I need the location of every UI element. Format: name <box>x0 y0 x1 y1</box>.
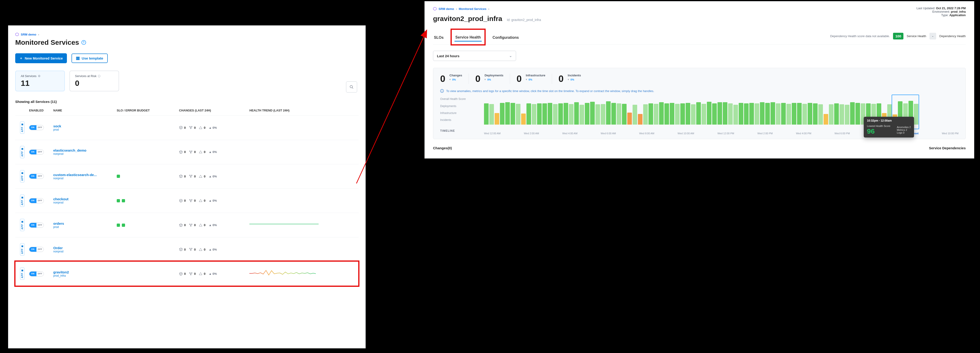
ohs-bar[interactable] <box>696 102 701 125</box>
ohs-bar[interactable] <box>850 102 855 125</box>
ohs-bar[interactable] <box>728 103 733 125</box>
ohs-bar[interactable] <box>845 105 850 125</box>
ohs-bar[interactable] <box>537 103 542 125</box>
ohs-bar[interactable] <box>511 103 515 125</box>
ohs-bar[interactable] <box>654 104 659 125</box>
ohs-bar[interactable] <box>590 102 595 125</box>
ohs-bar[interactable] <box>786 104 791 125</box>
service-name-cell[interactable]: graviton2prod_infra <box>53 270 117 277</box>
service-name-cell[interactable]: custom-elasticsearch-de...nonprod <box>53 173 117 180</box>
ohs-bar[interactable] <box>686 103 690 125</box>
ohs-bar[interactable] <box>675 104 679 125</box>
table-row[interactable]: APP ONOFF graviton2prod_infra 000▲ 0% <box>15 261 358 286</box>
ohs-bar[interactable] <box>505 102 510 125</box>
ohs-bar[interactable] <box>527 103 531 125</box>
ohs-bar[interactable] <box>818 104 823 125</box>
ohs-bar[interactable] <box>532 104 536 125</box>
ohs-bar[interactable] <box>712 103 717 125</box>
ohs-bar[interactable] <box>659 102 664 125</box>
stat-card-services-at-risk[interactable]: Services at Risk ⬡ 0 <box>70 71 119 91</box>
help-icon[interactable]: ? <box>81 40 86 45</box>
ohs-bar[interactable] <box>542 103 547 125</box>
stat-card-all-services[interactable]: All Services ⚙ 11 <box>15 71 65 91</box>
service-name-cell[interactable]: sockprod <box>53 124 117 131</box>
enabled-toggle[interactable]: ONOFF <box>29 125 53 130</box>
service-name-cell[interactable]: checkoutnonprod <box>53 197 117 204</box>
ohs-bar[interactable] <box>733 105 738 125</box>
search-button[interactable] <box>346 81 357 92</box>
service-name-cell[interactable]: elasticsearch_demononprod <box>53 148 117 156</box>
ohs-bar[interactable] <box>569 104 574 125</box>
ohs-bar[interactable] <box>760 102 765 125</box>
enabled-toggle[interactable]: ONOFF <box>29 198 53 203</box>
table-row[interactable]: APP ONOFF Ordernonprod 000▲ 0% <box>15 237 358 262</box>
ohs-bar[interactable] <box>516 104 520 125</box>
ohs-bar[interactable] <box>856 103 860 125</box>
use-template-button[interactable]: Use template <box>72 54 108 63</box>
table-row[interactable]: APP ONOFF elasticsearch_demononprod 000▲… <box>15 140 358 164</box>
enabled-toggle[interactable]: ONOFF <box>29 247 53 252</box>
ohs-bar[interactable] <box>595 104 600 125</box>
ohs-bar[interactable] <box>797 103 802 125</box>
ohs-bar[interactable] <box>633 105 637 125</box>
enabled-toggle[interactable]: ONOFF <box>29 271 53 277</box>
ohs-bar[interactable] <box>548 103 552 125</box>
ohs-bar[interactable] <box>585 103 589 125</box>
ohs-bar[interactable] <box>829 104 834 125</box>
ohs-bar[interactable] <box>707 102 711 125</box>
tab-configurations[interactable]: Configurations <box>492 32 520 43</box>
ohs-bar[interactable] <box>749 103 754 125</box>
table-row[interactable]: APP ONOFF ordersprod 000▲ 0% <box>15 213 358 237</box>
ohs-bar[interactable] <box>521 113 526 125</box>
ohs-bar[interactable] <box>834 103 839 125</box>
ohs-bar[interactable] <box>765 103 770 125</box>
ohs-bar[interactable] <box>792 103 796 125</box>
ohs-bar[interactable] <box>643 104 648 125</box>
ohs-bar[interactable] <box>553 104 558 125</box>
ohs-bar[interactable] <box>755 103 759 125</box>
new-monitored-service-button[interactable]: ＋ New Monitored Service <box>15 53 67 63</box>
ohs-bar[interactable] <box>813 103 818 125</box>
ohs-bar[interactable] <box>802 104 807 125</box>
ohs-bar[interactable] <box>574 102 579 125</box>
ohs-bar[interactable] <box>617 103 621 125</box>
breadcrumb-root[interactable]: SRM demo <box>439 7 454 11</box>
table-row[interactable]: APP ONOFF sockprod 000▲ 0% <box>15 115 358 140</box>
ohs-bar[interactable] <box>670 103 675 125</box>
ohs-bar[interactable] <box>781 103 786 125</box>
ohs-bar[interactable] <box>824 114 828 125</box>
ohs-bar[interactable] <box>638 114 643 125</box>
enabled-toggle[interactable]: ONOFF <box>29 149 53 154</box>
ohs-bar[interactable] <box>744 103 749 125</box>
ohs-bar[interactable] <box>808 103 812 125</box>
ohs-bar[interactable] <box>840 104 844 125</box>
ohs-bar[interactable] <box>601 104 605 125</box>
ohs-bar[interactable] <box>558 103 563 125</box>
ohs-bar[interactable] <box>627 113 632 125</box>
ohs-bar-chart[interactable] <box>484 99 929 129</box>
ohs-bar[interactable] <box>739 103 743 125</box>
ohs-bar[interactable] <box>723 102 727 125</box>
ohs-bar[interactable] <box>484 103 488 125</box>
ohs-bar[interactable] <box>606 101 611 125</box>
breadcrumb-root[interactable]: SRM demo <box>21 33 36 36</box>
ohs-bar[interactable] <box>718 102 722 125</box>
ohs-bar[interactable] <box>702 104 706 125</box>
ohs-bar[interactable] <box>691 104 695 125</box>
ohs-bar[interactable] <box>495 113 499 125</box>
time-range-select[interactable]: Last 24 hours ⌄ <box>433 51 516 61</box>
enabled-toggle[interactable]: ONOFF <box>29 174 53 179</box>
table-row[interactable]: APP ONOFF custom-elasticsearch-de...nonp… <box>15 164 358 189</box>
enabled-toggle[interactable]: ONOFF <box>29 223 53 228</box>
table-row[interactable]: APP ONOFF checkoutnonprod 000▲ 0% <box>15 189 358 213</box>
ohs-bar[interactable] <box>622 104 627 125</box>
service-name-cell[interactable]: Ordernonprod <box>53 246 117 253</box>
ohs-bar[interactable] <box>664 103 669 125</box>
ohs-bar[interactable] <box>563 103 568 125</box>
tab-slos[interactable]: SLOs <box>433 32 445 43</box>
ohs-bar[interactable] <box>649 103 653 125</box>
ohs-bar[interactable] <box>611 103 616 125</box>
ohs-bar[interactable] <box>489 104 494 125</box>
ohs-bar[interactable] <box>579 105 584 125</box>
ohs-bar[interactable] <box>770 102 775 125</box>
